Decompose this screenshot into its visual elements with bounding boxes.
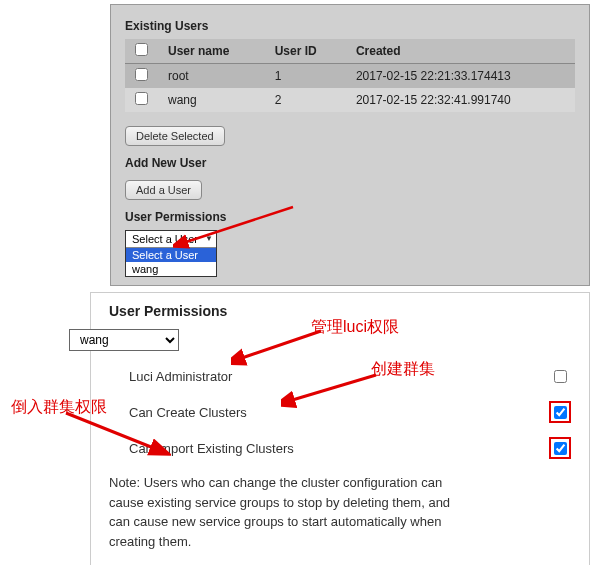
perm-label: Can Import Existing Clusters: [109, 441, 329, 456]
select-option[interactable]: wang: [126, 262, 216, 276]
col-username: User name: [158, 39, 265, 64]
annotation-text: 管理luci权限: [311, 317, 399, 338]
user-select[interactable]: wang: [69, 329, 179, 351]
table-row: wang 2 2017-02-15 22:32:41.991740: [125, 88, 575, 112]
add-user-title: Add New User: [125, 156, 575, 170]
perm-label: Luci Administrator: [109, 369, 329, 384]
perm-row-import-clusters: Can Import Existing Clusters: [109, 437, 571, 459]
cell-userid: 2: [265, 88, 346, 112]
select-current: Select a User: [126, 231, 216, 247]
perm-row-luci-admin: Luci Administrator: [109, 365, 571, 387]
perm-row-create-clusters: Can Create Clusters: [109, 401, 571, 423]
cell-username: root: [158, 64, 265, 89]
import-clusters-checkbox[interactable]: [554, 442, 567, 455]
luci-admin-checkbox[interactable]: [554, 370, 567, 383]
cell-created: 2017-02-15 22:32:41.991740: [346, 88, 575, 112]
permissions-title: User Permissions: [109, 303, 571, 319]
col-userid: User ID: [265, 39, 346, 64]
row-checkbox[interactable]: [135, 68, 148, 81]
user-permissions-title: User Permissions: [125, 210, 575, 224]
select-options: Select a User wang: [126, 247, 216, 276]
cell-username: wang: [158, 88, 265, 112]
svg-line-1: [239, 331, 321, 359]
arrow-icon: [231, 329, 341, 369]
permissions-note: Note: Users who can change the cluster c…: [109, 473, 469, 551]
table-row: root 1 2017-02-15 22:21:33.174413: [125, 64, 575, 89]
col-created: Created: [346, 39, 575, 64]
cell-created: 2017-02-15 22:21:33.174413: [346, 64, 575, 89]
existing-users-title: Existing Users: [125, 19, 575, 33]
delete-selected-button[interactable]: Delete Selected: [125, 126, 225, 146]
users-table: User name User ID Created root 1 2017-02…: [125, 39, 575, 112]
cell-userid: 1: [265, 64, 346, 89]
row-checkbox[interactable]: [135, 92, 148, 105]
select-option-selected[interactable]: Select a User: [126, 248, 216, 262]
users-panel: Existing Users User name User ID Created…: [110, 4, 590, 286]
permissions-panel: User Permissions wang Luci Administrator…: [90, 292, 590, 565]
annotation-text: 倒入群集权限: [11, 397, 107, 418]
user-select-dropdown[interactable]: Select a User Select a User wang: [125, 230, 217, 277]
perm-label: Can Create Clusters: [109, 405, 329, 420]
add-user-button[interactable]: Add a User: [125, 180, 202, 200]
select-all-checkbox[interactable]: [135, 43, 148, 56]
create-clusters-checkbox[interactable]: [554, 406, 567, 419]
table-header-row: User name User ID Created: [125, 39, 575, 64]
